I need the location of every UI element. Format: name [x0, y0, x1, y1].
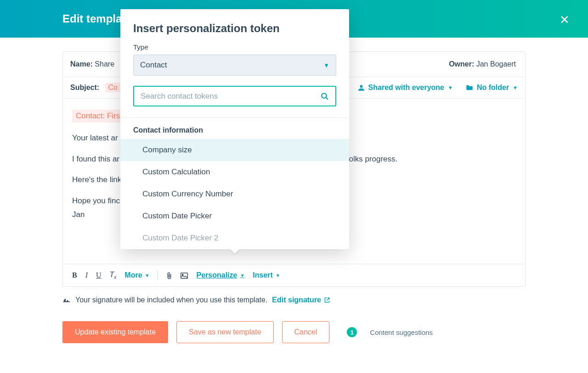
person-icon [358, 84, 365, 91]
shared-dropdown[interactable]: Shared with everyone ▼ [358, 84, 453, 92]
bold-button[interactable]: B [72, 271, 77, 279]
token-option[interactable]: Custom Calculation [120, 161, 349, 183]
close-icon[interactable]: ✕ [560, 13, 570, 27]
insert-dropdown[interactable]: Insert▼ [253, 271, 280, 279]
clear-format-button[interactable]: Tx [110, 271, 117, 280]
search-input[interactable] [141, 92, 321, 101]
folder-label: No folder [477, 84, 509, 92]
type-value: Contact [140, 61, 167, 70]
editor-toolbar: B I U Tx More▼ Personalize▼ Insert▼ [63, 264, 525, 286]
paperclip-icon [166, 272, 172, 279]
external-link-icon [324, 297, 330, 303]
chevron-down-icon: ▼ [323, 62, 329, 69]
signature-text: Your signature will be included when you… [75, 296, 267, 304]
token-option[interactable]: Custom Date Picker 2 [120, 227, 349, 249]
chevron-down-icon: ▼ [513, 85, 518, 90]
owner-value: Jan Bogaert [476, 60, 516, 68]
subject-token[interactable]: Co [105, 83, 120, 92]
token-option[interactable]: Custom Currency Number [120, 183, 349, 205]
svg-point-2 [322, 94, 327, 99]
search-icon [321, 91, 329, 101]
type-select[interactable]: Contact ▼ [133, 55, 336, 76]
suggestions-badge: 1 [347, 327, 357, 337]
update-template-button[interactable]: Update existing template [62, 321, 168, 343]
toolbar-separator [158, 271, 158, 280]
popover-title: Insert personalization token [133, 22, 336, 35]
image-icon [181, 273, 188, 279]
token-option[interactable]: Company size [120, 139, 349, 161]
token-options: Company size Custom Calculation Custom C… [120, 139, 349, 249]
underline-button[interactable]: U [96, 271, 102, 279]
shared-label: Shared with everyone [368, 84, 444, 92]
token-group-header: Contact information [120, 118, 349, 139]
name-value: Share [95, 60, 114, 68]
chevron-down-icon: ▼ [448, 85, 453, 90]
attachment-button[interactable] [166, 271, 172, 279]
folder-dropdown[interactable]: No folder ▼ [466, 84, 518, 92]
action-row: Update existing template Save as new tem… [62, 321, 526, 343]
image-button[interactable] [181, 271, 188, 279]
italic-button[interactable]: I [85, 271, 88, 279]
name-label: Name: [70, 60, 93, 68]
type-label: Type [133, 43, 336, 51]
signature-icon [62, 295, 71, 305]
more-dropdown[interactable]: More▼ [124, 271, 149, 279]
signature-row: Your signature will be included when you… [62, 295, 526, 305]
svg-rect-0 [181, 273, 188, 278]
personalization-popover: Insert personalization token Type Contac… [120, 9, 349, 249]
subject-label: Subject: [70, 84, 99, 91]
cancel-button[interactable]: Cancel [282, 321, 330, 343]
token-option[interactable]: Custom Date Picker [120, 205, 349, 227]
personalize-dropdown[interactable]: Personalize▼ [196, 271, 244, 279]
content-suggestions-link[interactable]: Content suggestions [370, 328, 433, 336]
folder-icon [466, 84, 473, 91]
popover-arrow [230, 249, 239, 254]
owner-label: Owner: [449, 60, 474, 68]
body-token[interactable]: Contact: Firs [72, 110, 124, 122]
edit-signature-link[interactable]: Edit signature [272, 296, 330, 304]
save-as-new-button[interactable]: Save as new template [176, 321, 273, 343]
token-search[interactable] [133, 86, 336, 106]
svg-point-1 [182, 274, 184, 276]
